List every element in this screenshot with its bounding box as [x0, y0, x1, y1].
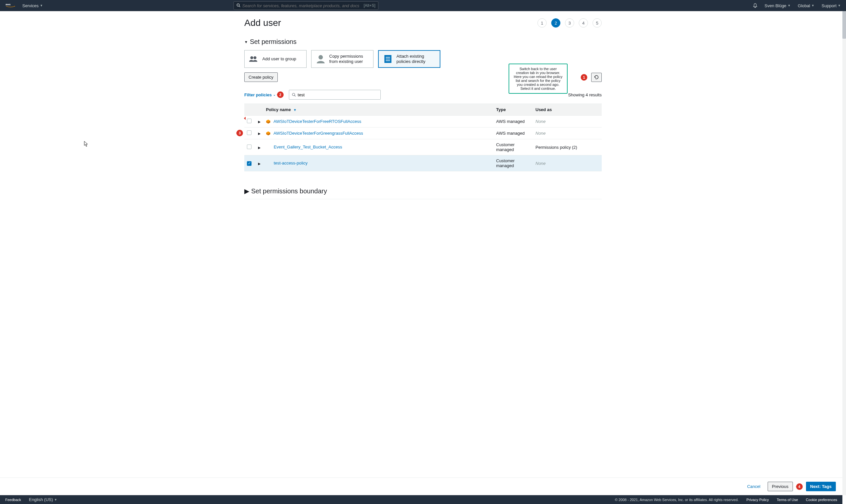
region-label: Global	[798, 3, 810, 8]
policy-used-cell: None	[533, 155, 602, 172]
card-label: Add user to group	[262, 56, 296, 61]
row-checkbox[interactable]	[247, 119, 251, 123]
search-icon	[236, 3, 240, 8]
refresh-button[interactable]	[591, 73, 602, 82]
policy-name-link[interactable]: test-access-policy	[274, 161, 307, 165]
scrollbar[interactable]	[842, 11, 846, 226]
results-count: Showing 4 results	[568, 92, 602, 97]
permissions-boundary-header[interactable]: ▶ Set permissions boundary	[244, 183, 602, 199]
step-4[interactable]: 4	[579, 18, 588, 28]
policy-used-cell: None	[533, 116, 602, 127]
policy-type-cell: AWS managed	[493, 116, 533, 127]
triangle-down-icon: ▼	[244, 40, 248, 44]
expand-row-icon[interactable]: ▶	[258, 162, 261, 165]
step-1[interactable]: 1	[537, 18, 547, 28]
create-policy-button[interactable]: Create policy	[244, 72, 278, 82]
refresh-icon	[594, 75, 599, 79]
row-checkbox[interactable]	[247, 145, 251, 149]
policy-search-input[interactable]	[298, 92, 378, 97]
svg-line-11	[295, 95, 296, 96]
annotation-marker-1: 1	[581, 74, 587, 80]
table-row: ▶ AWSIoTDeviceTesterForGreengrassFullAcc…	[244, 127, 602, 139]
svg-line-2	[239, 6, 240, 7]
expand-row-icon[interactable]: ▶	[258, 146, 261, 149]
region-menu[interactable]: Global ▼	[798, 3, 814, 8]
policy-type-cell: Customer managed	[493, 155, 533, 172]
global-search-input[interactable]	[242, 3, 364, 8]
scrollbar-thumb[interactable]	[842, 11, 846, 39]
svg-point-1	[237, 4, 240, 6]
expand-row-icon[interactable]: ▶	[258, 132, 261, 135]
svg-point-10	[292, 93, 295, 96]
svg-point-5	[318, 55, 323, 59]
policies-table: Policy name ▼ Type Used as ▶ AWSIoTDevic…	[244, 104, 602, 172]
annotation-marker-3: 3	[236, 130, 243, 136]
customer-policy-icon	[266, 145, 270, 150]
policy-type-cell: Customer managed	[493, 139, 533, 155]
table-row: ✓ ▶ test-access-policy Customer managed …	[244, 155, 602, 172]
policy-name-link[interactable]: AWSIoTDeviceTesterForGreengrassFullAcces…	[274, 131, 363, 136]
policy-name-link[interactable]: AWSIoTDeviceTesterForFreeRTOSFullAccess	[274, 119, 362, 124]
expand-row-icon[interactable]: ▶	[258, 120, 261, 124]
main-content: Add user 1 2 3 4 5 ▼ Set permissions Add…	[244, 11, 602, 226]
table-row: ▶ AWSIoTDeviceTesterForFreeRTOSFullAcces…	[244, 116, 602, 127]
policy-used-cell: Permissions policy (2)	[533, 139, 602, 155]
policy-used-cell: None	[533, 127, 602, 139]
step-5[interactable]: 5	[593, 18, 602, 28]
bell-icon	[753, 3, 757, 8]
document-icon	[383, 54, 393, 64]
support-menu[interactable]: Support ▼	[822, 3, 841, 8]
aws-logo[interactable]: aws	[5, 3, 16, 8]
card-copy-permissions[interactable]: Copy permissions from existing user	[311, 50, 373, 68]
managed-policy-icon	[266, 131, 270, 136]
row-checkbox[interactable]: ✓	[247, 161, 251, 166]
username-label: Sven Blüge	[765, 3, 787, 8]
card-attach-policies[interactable]: Attach existing policies directly	[378, 50, 440, 68]
set-permissions-title: Set permissions	[250, 38, 296, 46]
global-search[interactable]: [Alt+S]	[233, 1, 378, 10]
support-label: Support	[822, 3, 837, 8]
policy-type-cell: AWS managed	[493, 127, 533, 139]
annotation-tip: Switch back to the user creation tab in …	[509, 64, 568, 94]
triangle-right-icon: ▶	[244, 187, 249, 195]
caret-down-icon: ▼	[812, 4, 814, 7]
card-label: Copy permissions from existing user	[329, 54, 369, 64]
page-title: Add user	[244, 18, 281, 28]
services-menu[interactable]: Services ▼	[22, 3, 43, 8]
permissions-boundary-title: Set permissions boundary	[251, 187, 327, 195]
card-add-user-to-group[interactable]: Add user to group	[244, 50, 306, 68]
col-policy-name[interactable]: Policy name ▼	[263, 104, 493, 116]
notifications-button[interactable]	[753, 3, 757, 8]
group-icon	[249, 54, 259, 64]
policy-search[interactable]	[289, 90, 381, 100]
svg-point-3	[250, 56, 253, 59]
set-permissions-header[interactable]: ▼ Set permissions	[244, 38, 602, 46]
col-type[interactable]: Type	[493, 104, 533, 116]
customer-policy-icon	[266, 161, 270, 166]
search-shortcut-hint: [Alt+S]	[364, 3, 375, 8]
wizard-steps: 1 2 3 4 5	[537, 18, 602, 28]
step-2[interactable]: 2	[551, 18, 560, 28]
caret-down-icon: ▼	[838, 4, 841, 7]
caret-down-icon: ▼	[40, 4, 43, 7]
services-label: Services	[22, 3, 39, 8]
search-icon	[292, 93, 296, 97]
managed-policy-icon	[266, 119, 270, 124]
row-checkbox[interactable]	[247, 130, 251, 135]
account-menu[interactable]: Sven Blüge ▼	[765, 3, 791, 8]
filter-policies-link[interactable]: Filter policies ⌄	[244, 92, 276, 97]
step-3[interactable]: 3	[565, 18, 574, 28]
svg-point-4	[253, 56, 257, 59]
col-used-as[interactable]: Used as	[533, 104, 602, 116]
sort-indicator-icon: ▼	[294, 108, 297, 112]
topbar: aws Services ▼ [Alt+S] Sven Blüge ▼ Glob…	[0, 0, 846, 11]
caret-down-icon: ▼	[788, 4, 791, 7]
policy-name-link[interactable]: Event_Gallery_Test_Bucket_Access	[274, 145, 342, 149]
card-label: Attach existing policies directly	[396, 54, 436, 64]
svg-text:aws: aws	[5, 3, 11, 6]
user-icon	[315, 54, 326, 64]
table-row: ▶ Event_Gallery_Test_Bucket_Access Custo…	[244, 139, 602, 155]
filter-policies-label: Filter policies	[244, 92, 272, 97]
annotation-marker-2: 2	[277, 91, 284, 98]
cursor-icon	[84, 141, 89, 147]
